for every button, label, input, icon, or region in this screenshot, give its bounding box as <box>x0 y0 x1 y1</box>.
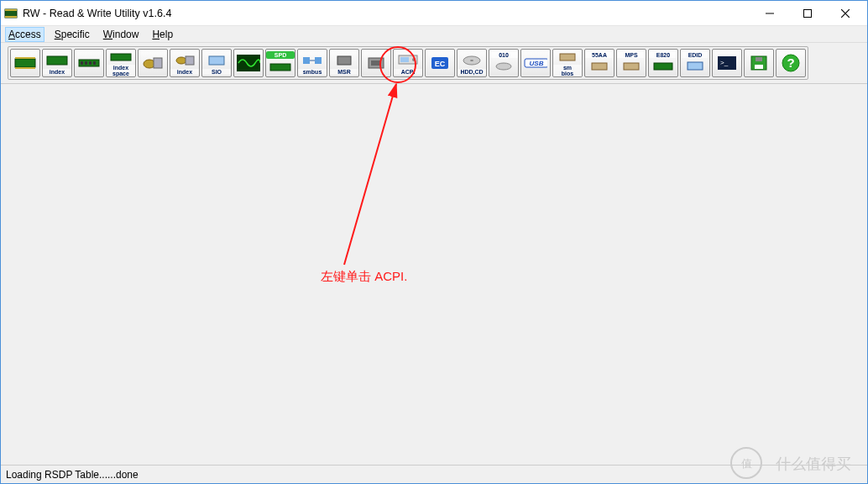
usb-icon: USB <box>524 55 547 71</box>
svg-rect-41 <box>592 63 607 70</box>
disk-icon <box>492 58 515 75</box>
svg-rect-1 <box>5 9 17 11</box>
toolbar: index index space index SIO SPD smbus MS… <box>8 46 808 80</box>
svg-rect-25 <box>315 57 322 64</box>
chip-icon <box>620 58 643 75</box>
svg-text:USB: USB <box>530 60 544 67</box>
close-button[interactable] <box>826 1 864 25</box>
svg-rect-42 <box>624 63 639 70</box>
memory-button[interactable] <box>74 49 104 77</box>
svg-rect-49 <box>756 57 762 61</box>
bus-icon <box>301 52 324 69</box>
terminal-icon: >_ <box>715 55 739 71</box>
maximize-button[interactable] <box>788 1 826 25</box>
ram-icon <box>651 58 675 75</box>
edid-button[interactable]: EDID <box>680 49 710 77</box>
svg-rect-20 <box>186 56 194 65</box>
cpu-button[interactable] <box>361 49 391 77</box>
toolbar-container: index index space index SIO SPD smbus MS… <box>1 43 867 83</box>
menu-access[interactable]: Access <box>6 28 44 41</box>
svg-rect-16 <box>111 54 131 60</box>
svg-rect-7 <box>15 59 35 67</box>
svg-text:EC: EC <box>435 60 446 68</box>
port-icon <box>141 55 165 71</box>
svg-rect-4 <box>803 9 811 17</box>
pci-button[interactable] <box>10 49 40 77</box>
svg-text:>_: >_ <box>720 59 729 66</box>
svg-rect-23 <box>270 64 290 71</box>
ec-button[interactable]: EC <box>425 49 455 77</box>
svg-rect-44 <box>688 62 703 70</box>
hdd-cd-button[interactable]: HDD,CD <box>457 49 487 77</box>
chip-icon <box>45 52 69 69</box>
chip-icon <box>588 58 611 75</box>
wave-icon <box>237 55 260 71</box>
cpu-icon <box>332 52 356 69</box>
clock-button[interactable] <box>233 49 264 77</box>
svg-rect-9 <box>15 67 35 69</box>
ram-icon <box>77 55 101 71</box>
svg-rect-29 <box>371 60 381 66</box>
chip-icon <box>556 50 579 65</box>
floppy-icon <box>747 55 771 71</box>
cpu-icon <box>364 55 388 71</box>
titlebar: RW - Read & Write Utility v1.6.4 <box>1 1 867 26</box>
help-icon: ? <box>779 55 803 71</box>
usb-button[interactable]: USB <box>520 49 551 77</box>
svg-point-19 <box>176 57 186 64</box>
svg-rect-10 <box>47 56 67 65</box>
statusbar: Loading RSDP Table......done <box>1 465 867 483</box>
index-space-button[interactable]: index space <box>106 49 136 77</box>
o10-button[interactable]: 010 <box>489 49 519 77</box>
svg-rect-43 <box>654 63 672 70</box>
svg-rect-31 <box>400 57 409 62</box>
io-index-button[interactable]: index <box>170 49 200 77</box>
svg-rect-2 <box>5 16 17 18</box>
ec-icon: EC <box>428 55 452 71</box>
svg-rect-48 <box>755 65 763 69</box>
disk-button[interactable] <box>744 49 774 77</box>
chip-icon <box>13 55 37 71</box>
minimize-button[interactable] <box>750 1 788 25</box>
disk-icon <box>460 52 484 69</box>
port-icon <box>173 52 196 69</box>
mps-button[interactable]: MPS <box>616 49 646 77</box>
svg-rect-21 <box>209 56 224 65</box>
aa55-button[interactable]: 55AA <box>584 49 614 77</box>
svg-text:?: ? <box>787 55 794 70</box>
app-window: RW - Read & Write Utility v1.6.4 Access … <box>0 0 868 484</box>
acpi-icon <box>396 52 420 69</box>
svg-rect-13 <box>85 61 87 65</box>
sio-button[interactable]: SIO <box>201 49 232 77</box>
svg-point-32 <box>412 58 416 61</box>
window-controls <box>750 1 864 25</box>
app-icon <box>4 7 18 20</box>
svg-rect-27 <box>337 56 351 65</box>
msr-button[interactable]: MSR <box>329 49 359 77</box>
status-text: Loading RSDP Table......done <box>6 469 139 481</box>
smbios-button[interactable]: sm bios <box>552 49 583 77</box>
svg-rect-18 <box>154 58 162 68</box>
acpi-button[interactable]: ACPI <box>393 49 423 77</box>
ram-icon <box>269 59 292 76</box>
io-button[interactable] <box>138 49 168 77</box>
svg-rect-8 <box>15 57 35 59</box>
svg-rect-22 <box>237 55 260 71</box>
cmd-button[interactable]: >_ <box>712 49 742 77</box>
e820-button[interactable]: E820 <box>648 49 678 77</box>
menu-window[interactable]: Window <box>101 28 142 41</box>
monitor-icon <box>683 58 707 75</box>
menu-specific[interactable]: Specific <box>52 28 92 41</box>
help-button[interactable]: ? <box>776 49 806 77</box>
spd-button[interactable]: SPD <box>265 49 295 77</box>
menu-help[interactable]: Help <box>149 28 175 41</box>
svg-rect-24 <box>303 57 310 64</box>
chip-icon <box>205 52 228 69</box>
svg-point-37 <box>496 63 511 70</box>
index-button[interactable]: index <box>42 49 72 77</box>
svg-rect-12 <box>81 61 83 65</box>
svg-point-36 <box>470 60 473 61</box>
smbus-button[interactable]: smbus <box>297 49 327 77</box>
svg-rect-40 <box>560 54 575 60</box>
window-title: RW - Read & Write Utility v1.6.4 <box>23 8 750 19</box>
